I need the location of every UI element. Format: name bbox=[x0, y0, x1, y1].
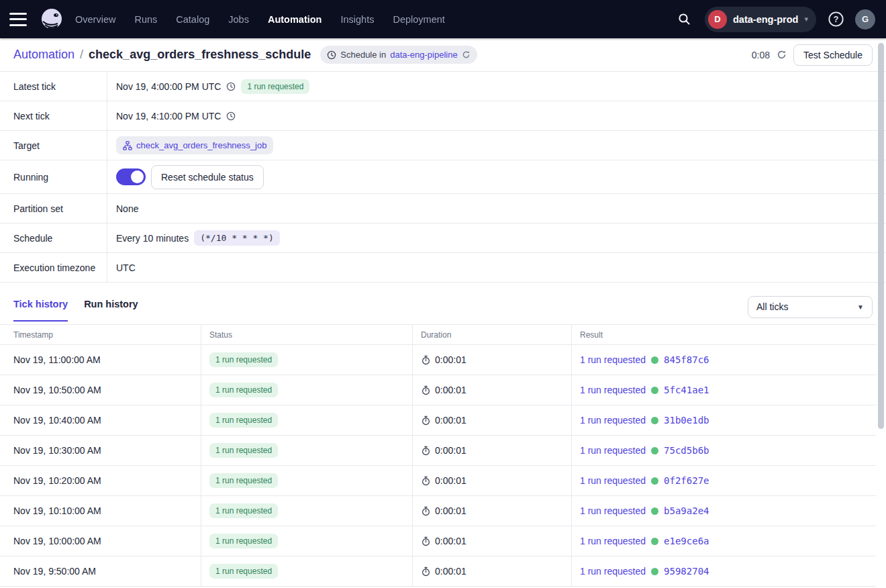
tick-timestamp: Nov 19, 10:30:00 AM bbox=[13, 445, 101, 456]
run-requested-link[interactable]: 1 run requested bbox=[580, 475, 646, 486]
nav-item[interactable]: Deployment bbox=[393, 14, 444, 25]
detail-row-schedule: Schedule Every 10 minutes (*/10 * * * *) bbox=[0, 224, 886, 253]
tab-run-history[interactable]: Run history bbox=[84, 299, 138, 322]
latest-tick-value: Nov 19, 4:00:00 PM UTC bbox=[116, 81, 221, 92]
stopwatch-icon bbox=[421, 385, 431, 395]
reset-schedule-status-button[interactable]: Reset schedule status bbox=[151, 165, 264, 189]
run-success-dot-icon bbox=[651, 477, 658, 485]
tick-history-table: Timestamp Status Duration Result Nov 19,… bbox=[0, 324, 876, 587]
table-row: Nov 19, 11:00:00 AM 1 run requested 0:00… bbox=[0, 345, 876, 375]
run-id-link[interactable]: 75cd5b6b bbox=[664, 445, 709, 456]
run-success-dot-icon bbox=[651, 387, 658, 394]
detail-row-partition-set: Partition set None bbox=[0, 194, 886, 224]
help-icon[interactable]: ? bbox=[826, 9, 846, 30]
clock-icon bbox=[327, 50, 336, 60]
user-avatar[interactable]: G bbox=[855, 9, 875, 30]
refresh-icon[interactable] bbox=[777, 50, 787, 60]
job-icon bbox=[123, 141, 132, 150]
workspace-selector[interactable]: D data-eng-prod ▾ bbox=[705, 7, 816, 32]
run-success-dot-icon bbox=[651, 568, 658, 575]
scrollbar-thumb[interactable] bbox=[878, 43, 884, 429]
schedule-location-badge: Schedule in data-eng-pipeline bbox=[320, 46, 477, 64]
top-navigation-bar: OverviewRunsCatalogJobsAutomationInsight… bbox=[0, 0, 886, 38]
run-requested-link[interactable]: 1 run requested bbox=[580, 354, 646, 365]
running-toggle[interactable] bbox=[116, 168, 146, 185]
table-header-row: Timestamp Status Duration Result bbox=[0, 325, 876, 345]
nav-item[interactable]: Runs bbox=[134, 14, 157, 25]
nav-item[interactable]: Jobs bbox=[228, 14, 249, 25]
table-row: Nov 19, 10:20:00 AM 1 run requested 0:00… bbox=[0, 466, 876, 496]
search-icon[interactable] bbox=[673, 8, 695, 31]
stopwatch-icon bbox=[421, 506, 431, 516]
detail-label: Partition set bbox=[0, 194, 107, 223]
run-requested-link[interactable]: 1 run requested bbox=[580, 536, 646, 546]
tick-duration: 0:00:01 bbox=[435, 445, 466, 456]
stopwatch-icon bbox=[421, 536, 431, 546]
nav-item[interactable]: Automation bbox=[268, 14, 322, 25]
partition-set-value: None bbox=[116, 203, 138, 214]
tick-duration: 0:00:01 bbox=[435, 354, 466, 365]
tick-filter-value: All ticks bbox=[756, 301, 788, 312]
tab-tick-history[interactable]: Tick history bbox=[13, 299, 68, 322]
clock-icon bbox=[226, 82, 236, 91]
tick-timestamp: Nov 19, 10:00:00 AM bbox=[13, 536, 101, 546]
target-job-link[interactable]: check_avg_orders_freshness_job bbox=[136, 140, 266, 150]
next-tick-value: Nov 19, 4:10:00 PM UTC bbox=[116, 111, 221, 121]
clock-icon bbox=[226, 111, 236, 121]
col-header-duration: Duration bbox=[412, 325, 571, 344]
run-requested-link[interactable]: 1 run requested bbox=[580, 385, 646, 395]
nav-item[interactable]: Catalog bbox=[176, 14, 209, 25]
vertical-scrollbar[interactable] bbox=[876, 39, 886, 588]
tick-filter-select[interactable]: All ticks ▼ bbox=[748, 296, 873, 318]
run-success-dot-icon bbox=[651, 507, 658, 515]
breadcrumb-separator: / bbox=[80, 48, 83, 62]
run-id-link[interactable]: 0f2f627e bbox=[664, 475, 709, 486]
run-success-dot-icon bbox=[651, 538, 658, 545]
test-schedule-button[interactable]: Test Schedule bbox=[793, 44, 873, 66]
tick-duration: 0:00:01 bbox=[435, 475, 466, 486]
stopwatch-icon bbox=[421, 355, 431, 365]
run-id-link[interactable]: 5fc41ae1 bbox=[664, 385, 709, 395]
nav-item[interactable]: Insights bbox=[340, 14, 374, 25]
run-id-link[interactable]: e1e9ce6a bbox=[664, 536, 709, 546]
nav-item[interactable]: Overview bbox=[75, 14, 115, 25]
tick-status-badge: 1 run requested bbox=[209, 503, 278, 518]
workspace-name: data-eng-prod bbox=[733, 14, 798, 25]
breadcrumb-bar: Automation / check_avg_orders_freshness_… bbox=[0, 38, 886, 72]
run-id-link[interactable]: 31b0e1db bbox=[664, 415, 709, 426]
run-requested-link[interactable]: 1 run requested bbox=[580, 415, 646, 426]
detail-label: Latest tick bbox=[0, 72, 107, 101]
detail-row-running: Running Reset schedule status bbox=[0, 160, 886, 194]
breadcrumb-automation-link[interactable]: Automation bbox=[13, 48, 75, 62]
detail-label: Execution timezone bbox=[0, 253, 107, 282]
page-title: check_avg_orders_freshness_schdule bbox=[89, 48, 311, 62]
table-body: Nov 19, 11:00:00 AM 1 run requested 0:00… bbox=[0, 345, 876, 587]
detail-row-latest-tick: Latest tick Nov 19, 4:00:00 PM UTC 1 run… bbox=[0, 72, 886, 101]
detail-label: Schedule bbox=[0, 224, 107, 252]
run-requested-link[interactable]: 1 run requested bbox=[580, 505, 646, 516]
table-row: Nov 19, 10:10:00 AM 1 run requested 0:00… bbox=[0, 496, 876, 526]
run-requested-link[interactable]: 1 run requested bbox=[580, 566, 646, 577]
chevron-down-icon: ▼ bbox=[857, 303, 864, 311]
tick-status-badge: 1 run requested bbox=[209, 443, 278, 458]
hamburger-menu-icon[interactable] bbox=[9, 13, 27, 26]
tick-duration: 0:00:01 bbox=[435, 415, 466, 426]
run-id-link[interactable]: b5a9a2e4 bbox=[664, 505, 709, 516]
dagster-logo-icon[interactable] bbox=[39, 7, 64, 32]
detail-row-timezone: Execution timezone UTC bbox=[0, 253, 886, 283]
tick-status-badge: 1 run requested bbox=[209, 352, 278, 367]
run-success-dot-icon bbox=[651, 447, 658, 454]
table-row: Nov 19, 10:50:00 AM 1 run requested 0:00… bbox=[0, 375, 876, 405]
tick-timestamp: Nov 19, 11:00:00 AM bbox=[13, 354, 101, 365]
run-success-dot-icon bbox=[651, 356, 658, 364]
run-id-link[interactable]: 845f87c6 bbox=[664, 354, 709, 365]
run-requested-link[interactable]: 1 run requested bbox=[580, 445, 646, 456]
tick-duration: 0:00:01 bbox=[435, 385, 466, 395]
refresh-icon[interactable] bbox=[462, 50, 471, 59]
status-badge: 1 run requested bbox=[241, 79, 309, 94]
pipeline-link[interactable]: data-eng-pipeline bbox=[390, 50, 457, 60]
run-id-link[interactable]: 95982704 bbox=[664, 566, 709, 577]
col-header-status: Status bbox=[201, 325, 412, 344]
workspace-badge: D bbox=[708, 10, 727, 29]
refresh-countdown: 0:08 bbox=[752, 50, 770, 60]
